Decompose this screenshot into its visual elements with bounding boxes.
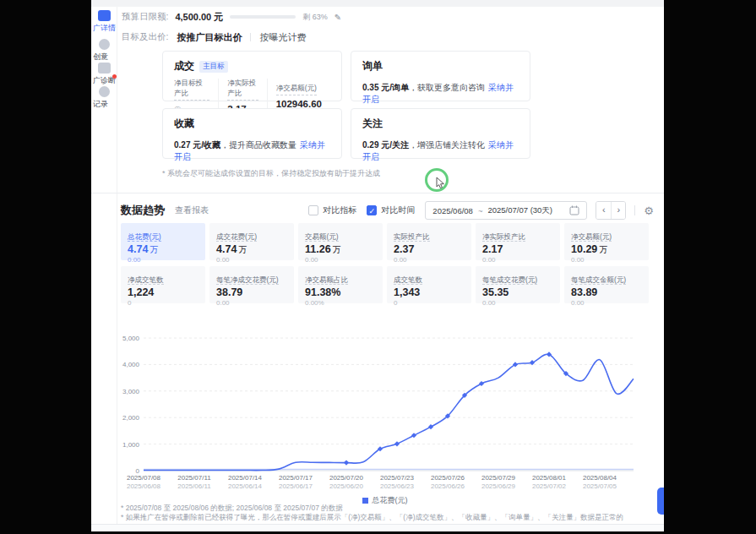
next-period-button[interactable]: ›: [611, 202, 625, 219]
bidding-row: 目标及出价: 按推广目标出价 按曝光计费: [122, 30, 306, 44]
svg-text:2025/06/26: 2025/06/26: [431, 482, 465, 490]
goal-note: * 系统会尽可能达成你设置的目标，保持稳定投放有助于提升达成: [162, 168, 380, 179]
checkbox-unchecked-icon[interactable]: [308, 205, 318, 215]
screen: 广详情 创意 广诊断 记录 预算日限额: 4,500.00 元 剩 63% ✎: [0, 0, 756, 534]
svg-text:2025/07/11: 2025/07/11: [177, 474, 211, 482]
svg-text:2025/06/23: 2025/06/23: [380, 482, 415, 490]
svg-text:2025/07/17: 2025/07/17: [279, 474, 313, 482]
metric-cards-grid: 总花费(元) 4.74万 0.00 成交花费(元) 4.74万 0.00 交易额…: [121, 223, 649, 303]
metric-card-net-cost-per-order[interactable]: 每笔净成交花费(元) 38.79 0.00: [209, 266, 294, 303]
bottom-strip: [91, 525, 664, 531]
footnotes: * 2025/07/08 至 2025/08/06 的数据; 2025/06/0…: [121, 504, 623, 522]
daily-budget-row: 预算日限额: 4,500.00 元 剩 63% ✎: [122, 10, 341, 24]
budget-value: 4,500.00 元: [175, 11, 223, 24]
budget-label: 预算日限额:: [122, 11, 168, 23]
footnote-line2: * 如果推广在暂停或删除前已经获得了曝光，那么在暂停或重建后展示「(净)交易额」…: [121, 513, 623, 522]
metric-card-orders[interactable]: 成交笔数 1,343 0: [387, 266, 471, 303]
svg-text:5,000: 5,000: [122, 335, 140, 342]
metric-card-net-gmv-ratio[interactable]: 净交易额占比 91.38% 0.00%: [298, 266, 383, 303]
edit-budget-icon[interactable]: ✎: [334, 13, 341, 22]
sidebar-item-label: 广详情: [91, 23, 117, 34]
diagnosis-icon: [98, 63, 111, 74]
notification-dot: [112, 74, 117, 79]
goal-card-title: 成交: [174, 59, 194, 74]
metric-card-deal-spend[interactable]: 成交花费(元) 4.74万 0.00: [209, 223, 294, 260]
metric-card-net-roi[interactable]: 净实际投产比 2.17 0.00: [476, 223, 560, 260]
mouse-cursor-icon: [436, 177, 446, 189]
svg-text:2025/08/01: 2025/08/01: [532, 474, 567, 482]
sidebar-item-label: 创意: [91, 52, 117, 63]
svg-text:2025/07/26: 2025/07/26: [431, 474, 465, 482]
svg-text:2025/06/20: 2025/06/20: [329, 482, 364, 490]
click-indicator-ring: [425, 168, 449, 192]
goal-card-title: 收藏: [174, 117, 194, 131]
metric-card-amount-per-order[interactable]: 每笔成交金额(元) 83.89 0.00: [564, 266, 649, 303]
toolbar-divider: [634, 205, 635, 215]
metric-card-net-orders[interactable]: 净成交笔数 1,224 0: [121, 266, 205, 303]
calendar-icon: [569, 205, 579, 215]
settings-gear-icon[interactable]: ⚙: [644, 204, 654, 217]
primary-goal-badge: 主目标: [199, 61, 228, 73]
view-report-link[interactable]: 查看报表: [175, 204, 209, 216]
date-separator: ~: [478, 206, 483, 215]
tab-bid-by-exposure[interactable]: 按曝光计费: [259, 31, 306, 44]
footnote-line1: * 2025/07/08 至 2025/08/06 的数据; 2025/06/0…: [121, 504, 623, 513]
trend-title: 数据趋势: [121, 203, 165, 218]
sidebar-item-diagnosis[interactable]: 广诊断: [91, 63, 117, 86]
detail-icon: [98, 10, 111, 21]
svg-text:2,000: 2,000: [122, 414, 140, 422]
metric-card-roi[interactable]: 实际投产比 2.37 0.00: [387, 223, 471, 260]
date-range-input[interactable]: 2025/06/08 ~ 2025/07/07 (30天): [425, 201, 587, 220]
checkbox-checked-icon[interactable]: ✓: [367, 205, 377, 215]
compare-metric-checkbox[interactable]: 对比指标: [308, 204, 356, 216]
date-nav-buttons: ‹ ›: [596, 201, 626, 220]
metric-card-gmv[interactable]: 交易额(元) 11.26万 0.00: [298, 223, 383, 260]
budget-progress-bar: [230, 15, 296, 19]
top-strip: [91, 0, 664, 7]
sidebar-item-label: 记录: [91, 99, 117, 110]
svg-text:2025/06/29: 2025/06/29: [481, 482, 516, 490]
legend-swatch: [362, 498, 368, 504]
sidebar: 广详情 创意 广诊断 记录: [91, 7, 117, 531]
svg-text:3,000: 3,000: [122, 388, 140, 395]
bidding-label: 目标及出价:: [122, 31, 168, 43]
collapsed-side-handle[interactable]: [657, 488, 664, 515]
svg-text:4,000: 4,000: [122, 361, 140, 368]
svg-text:2025/07/14: 2025/07/14: [228, 474, 263, 482]
prev-period-button[interactable]: ‹: [596, 202, 611, 219]
svg-text:2025/07/05: 2025/07/05: [583, 482, 617, 490]
budget-remaining: 剩 63%: [302, 12, 328, 23]
tab-divider: [250, 33, 251, 41]
svg-text:2025/07/20: 2025/07/20: [329, 474, 364, 482]
sidebar-item-creative[interactable]: 创意: [91, 39, 117, 63]
metric-card-net-gmv[interactable]: 净交易额(元) 10.29万 0.00: [564, 223, 649, 260]
sidebar-item-records[interactable]: 记录: [91, 86, 117, 110]
goal-card-favorite[interactable]: 收藏 0.27 元/收藏，提升商品收藏数量采纳并开启: [162, 108, 342, 159]
goal-card-title: 关注: [362, 117, 383, 131]
svg-text:2025/07/08: 2025/07/08: [127, 474, 161, 482]
goal-card-title: 询单: [362, 59, 383, 74]
svg-text:2025/06/17: 2025/06/17: [279, 482, 313, 490]
svg-text:2025/07/23: 2025/07/23: [380, 474, 415, 482]
svg-text:2025/07/02: 2025/07/02: [532, 482, 567, 490]
goal-card-follow[interactable]: 关注 0.29 元/关注，增强店铺关注转化采纳并开启: [351, 108, 530, 159]
svg-text:2025/06/11: 2025/06/11: [177, 482, 211, 490]
svg-text:1,000: 1,000: [122, 441, 140, 449]
tab-bid-by-goal[interactable]: 按推广目标出价: [177, 31, 242, 44]
svg-text:2025/07/29: 2025/07/29: [481, 474, 516, 482]
ad-campaign-panel: 广详情 创意 广诊断 记录 预算日限额: 4,500.00 元 剩 63% ✎: [91, 0, 664, 531]
creative-icon: [99, 39, 110, 50]
goal-card-deal[interactable]: 成交 主目标 净目标投产比ⓘ 2.45 ✎ 净实际投产比 2.17 净交易额(元…: [162, 51, 342, 101]
sidebar-item-detail[interactable]: 广详情: [91, 10, 117, 34]
trend-header: 数据趋势 查看报表 对比指标 ✓ 对比时间 2025/06/08 ~ 2025/…: [121, 200, 654, 221]
svg-text:2025/06/14: 2025/06/14: [228, 482, 263, 490]
section-divider: [91, 193, 664, 193]
trend-line-chart: 01,0002,0003,0004,0005,0002025/07/082025…: [121, 330, 649, 494]
metric-card-total-spend[interactable]: 总花费(元) 4.74万 0.00: [121, 223, 205, 260]
date-end: 2025/07/07 (30天): [487, 205, 552, 216]
goal-card-inquiry[interactable]: 询单 0.35 元/询单，获取更多意向咨询采纳并开启: [351, 51, 530, 101]
compare-time-checkbox[interactable]: ✓ 对比时间: [367, 204, 415, 216]
svg-text:2025/06/08: 2025/06/08: [127, 482, 161, 490]
metric-card-cost-per-order[interactable]: 每笔成交花费(元) 35.35 0.00: [476, 266, 560, 303]
records-icon: [99, 86, 110, 97]
